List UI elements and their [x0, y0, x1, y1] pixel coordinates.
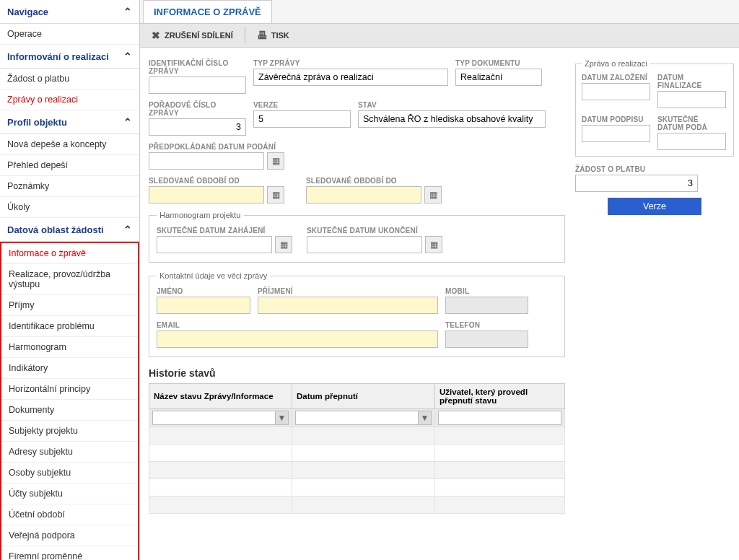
calendar-icon[interactable]: ▦ [425, 236, 442, 253]
sledovane-do-input[interactable] [306, 186, 421, 204]
label-predpokladane: PŘEDPOKLÁDANÉ DATUM PODÁNÍ [149, 143, 284, 151]
nav-header-datova[interactable]: Datová oblast žádosti ⌃ [0, 218, 139, 242]
label-mobil: MOBIL [445, 287, 528, 295]
history-title: Historie stavů [149, 367, 565, 379]
label-datum-podpisu: DATUM PODPISU [582, 115, 650, 123]
table-row[interactable] [149, 496, 565, 514]
mobil-input[interactable] [445, 297, 528, 314]
legend-zprava: Zpráva o realizaci [582, 59, 650, 68]
table-row[interactable] [149, 479, 565, 496]
label-telefon: TELEFON [445, 321, 528, 329]
sidebar-item-informace-zprave[interactable]: Informace o zprávě [1, 243, 138, 264]
id-zpravy-input[interactable] [149, 76, 246, 94]
label-zadost-platbu: ŽÁDOST O PLATBU [575, 165, 734, 173]
chevron-up-icon: ⌃ [123, 51, 132, 62]
tab-informace[interactable]: INFORMACE O ZPRÁVĚ [143, 0, 272, 23]
cancel-icon: ✖ [152, 30, 160, 41]
sidebar-item-realizace[interactable]: Realizace, provoz/údržba výstupu [1, 264, 138, 295]
sidebar-item-identifikace[interactable]: Identifikace problému [1, 316, 138, 337]
highlighted-section: Informace o zprávě Realizace, provoz/údr… [0, 242, 139, 560]
filter-icon[interactable]: ▼ [276, 411, 289, 425]
calendar-icon[interactable]: ▦ [267, 152, 284, 170]
email-input[interactable] [157, 331, 438, 348]
tab-bar: INFORMACE O ZPRÁVĚ [140, 0, 739, 24]
table-row[interactable] [149, 462, 565, 479]
toolbar-label: ZRUŠENÍ SDÍLENÍ [165, 31, 233, 40]
calendar-icon[interactable]: ▦ [424, 186, 442, 204]
sidebar-item-poznamky[interactable]: Poznámky [0, 176, 139, 197]
label-skut-zahajeni: SKUTEČNÉ DATUM ZAHÁJENÍ [157, 227, 292, 235]
sidebar-item-ukoly[interactable]: Úkoly [0, 197, 139, 218]
sidebar-item-indikatory[interactable]: Indikátory [1, 358, 138, 379]
sidebar-item-nova-depese[interactable]: Nová depeše a koncepty [0, 134, 139, 155]
sidebar-item-zadost-platbu[interactable]: Žádost o platbu [0, 69, 139, 89]
sidebar: Navigace ⌃ Operace Informování o realiza… [0, 0, 139, 560]
sidebar-item-ucty[interactable]: Účty subjektu [1, 484, 138, 504]
datum-finalizace-input[interactable] [657, 91, 726, 108]
telefon-input[interactable] [445, 331, 528, 348]
filter-icon[interactable]: ▼ [419, 411, 432, 425]
chevron-up-icon: ⌃ [123, 6, 132, 17]
typ-zpravy-input[interactable] [253, 69, 448, 86]
sidebar-item-osoby[interactable]: Osoby subjektu [1, 463, 138, 484]
poradove-input[interactable] [149, 118, 246, 136]
label-skut-ukonceni: SKUTEČNÉ DATUM UKONČENÍ [307, 227, 442, 235]
sidebar-item-dokumenty[interactable]: Dokumenty [1, 400, 138, 421]
nav-header-label: Informování o realizaci [7, 51, 109, 62]
datum-zalozeni-input[interactable] [582, 83, 650, 100]
nav-header-informovani[interactable]: Informování o realizaci ⌃ [0, 45, 139, 69]
sidebar-item-ucetni[interactable]: Účetní období [1, 504, 138, 525]
label-datum-zalozeni: DATUM ZALOŽENÍ [582, 74, 650, 82]
typ-dokumentu-input[interactable] [455, 69, 542, 86]
toolbar-label: TISK [271, 31, 289, 40]
col-uzivatel[interactable]: Uživatel, který provedl přepnutí stavu [435, 384, 565, 409]
nav-header-navigace[interactable]: Navigace ⌃ [0, 0, 139, 24]
filter-nazev-input[interactable] [152, 411, 276, 425]
calendar-icon[interactable]: ▦ [275, 236, 292, 253]
nav-header-label: Profil objektu [7, 117, 67, 128]
sledovane-od-input[interactable] [149, 186, 264, 204]
sidebar-item-harmonogram[interactable]: Harmonogram [1, 337, 138, 358]
print-button[interactable]: 🖶 TISK [251, 27, 295, 44]
nav-header-profil[interactable]: Profil objektu ⌃ [0, 110, 139, 134]
sidebar-item-firemni[interactable]: Firemní proměnné [1, 546, 138, 560]
history-table: Název stavu Zprávy/Informace Datum přepn… [149, 383, 565, 514]
sidebar-item-horizontalni[interactable]: Horizontální principy [1, 379, 138, 400]
toolbar: ✖ ZRUŠENÍ SDÍLENÍ 🖶 TISK [140, 24, 739, 48]
stav-input[interactable] [358, 110, 546, 128]
verze-input[interactable] [253, 110, 351, 128]
main-panel: INFORMACE O ZPRÁVĚ ✖ ZRUŠENÍ SDÍLENÍ 🖶 T… [139, 0, 739, 560]
print-icon: 🖶 [257, 30, 267, 41]
calendar-icon[interactable]: ▦ [267, 186, 284, 204]
cancel-share-button[interactable]: ✖ ZRUŠENÍ SDÍLENÍ [146, 27, 239, 44]
col-datum[interactable]: Datum přepnutí [292, 384, 435, 409]
sidebar-item-prehled-depesi[interactable]: Přehled depeší [0, 155, 139, 176]
col-nazev[interactable]: Název stavu Zprávy/Informace [149, 384, 292, 409]
sidebar-item-verejna[interactable]: Veřejná podpora [1, 525, 138, 546]
sidebar-item-operace[interactable]: Operace [0, 24, 139, 45]
chevron-up-icon: ⌃ [123, 224, 132, 235]
skut-zahajeni-input[interactable] [157, 236, 272, 253]
predpokladane-input[interactable] [149, 152, 264, 170]
label-typ-dokumentu: TYP DOKUMENTU [455, 59, 542, 67]
label-datum-finalizace: DATUM FINALIZACE [657, 74, 726, 89]
jmeno-input[interactable] [157, 297, 250, 314]
table-row[interactable] [149, 427, 565, 445]
sidebar-item-adresy[interactable]: Adresy subjektu [1, 442, 138, 463]
verze-button[interactable]: Verze [608, 198, 701, 215]
sidebar-item-zpravy-realizaci[interactable]: Zprávy o realizaci [0, 89, 139, 110]
datum-podpisu-input[interactable] [582, 125, 650, 142]
fieldset-harmonogram: Harmonogram projektu SKUTEČNÉ DATUM ZAHÁ… [149, 211, 565, 263]
skut-ukonceni-input[interactable] [307, 236, 422, 253]
sidebar-item-subjekty[interactable]: Subjekty projektu [1, 421, 138, 442]
zadost-platbu-input[interactable] [575, 175, 698, 192]
label-verze: VERZE [253, 101, 351, 109]
table-row[interactable] [149, 445, 565, 462]
skutecne-datum-input[interactable] [657, 133, 726, 150]
filter-uzivatel-input[interactable] [438, 411, 561, 425]
sidebar-item-prijmy[interactable]: Příjmy [1, 295, 138, 316]
filter-datum-input[interactable] [295, 411, 419, 425]
legend-harmonogram: Harmonogram projektu [157, 211, 244, 219]
label-typ-zpravy: TYP ZPRÁVY [253, 59, 448, 67]
prijmeni-input[interactable] [258, 297, 438, 314]
